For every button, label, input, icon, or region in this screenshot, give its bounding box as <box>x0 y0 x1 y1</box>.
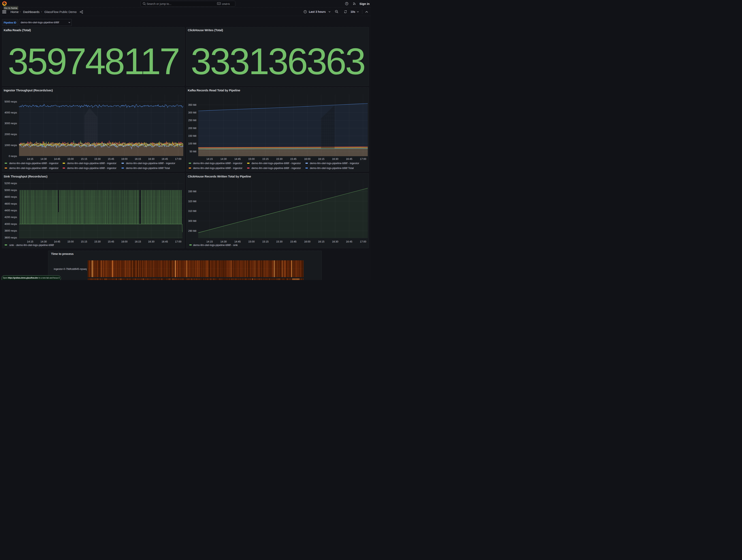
svg-text:16:15: 16:15 <box>135 240 141 243</box>
svg-text:demo-llm-otel-logs-pipeline-b9: demo-llm-otel-logs-pipeline-b98f - inges… <box>310 162 359 165</box>
svg-text:demo-llm-otel-logs-pipeline-b9: demo-llm-otel-logs-pipeline-b98f Total <box>310 166 354 169</box>
svg-text:15:15: 15:15 <box>81 158 87 160</box>
svg-text:14:30: 14:30 <box>41 158 47 160</box>
svg-text:14:30: 14:30 <box>41 240 47 243</box>
svg-text:15:00: 15:00 <box>67 158 74 160</box>
svg-text:150 Mil: 150 Mil <box>188 135 196 137</box>
svg-text:16:00: 16:00 <box>304 158 310 160</box>
svg-text:200 Mil: 200 Mil <box>188 127 196 130</box>
svg-text:3600 recps: 3600 recps <box>4 236 17 239</box>
svg-text:16:15: 16:15 <box>135 158 141 160</box>
svg-text:demo-llm-otel-logs-pipeline-b9: demo-llm-otel-logs-pipeline-b98f - inges… <box>252 166 301 169</box>
svg-text:17:00: 17:00 <box>360 240 366 243</box>
svg-text:14:15: 14:15 <box>206 158 213 160</box>
svg-text:330 Mil: 330 Mil <box>188 190 196 193</box>
svg-text:16:45: 16:45 <box>162 240 168 243</box>
svg-text:16:45: 16:45 <box>346 240 352 243</box>
svg-text:5000 recps: 5000 recps <box>4 100 17 103</box>
svg-text:4000 recps: 4000 recps <box>4 223 17 225</box>
svg-text:14:45: 14:45 <box>234 158 241 160</box>
svg-text:16:15: 16:15 <box>318 158 324 160</box>
svg-text:demo-llm-otel-logs-pipeline-b9: demo-llm-otel-logs-pipeline-b98f - inges… <box>126 162 175 165</box>
svg-text:demo-llm-otel-logs-pipeline-b9: demo-llm-otel-logs-pipeline-b98f - inges… <box>193 166 243 169</box>
svg-text:4200 recps: 4200 recps <box>4 216 17 219</box>
svg-text:16:30: 16:30 <box>148 240 154 243</box>
svg-text:3800 recps: 3800 recps <box>4 230 17 232</box>
svg-text:16:00: 16:00 <box>304 240 310 243</box>
svg-text:15:00: 15:00 <box>248 240 255 243</box>
svg-text:350 Mil: 350 Mil <box>188 104 196 106</box>
svg-text:4800 recps: 4800 recps <box>4 196 17 198</box>
svg-text:2000 recps: 2000 recps <box>4 133 17 136</box>
svg-text:14:45: 14:45 <box>54 158 60 160</box>
svg-text:16:30: 16:30 <box>332 240 338 243</box>
svg-text:16:30: 16:30 <box>332 158 338 160</box>
svg-text:15:45: 15:45 <box>290 158 297 160</box>
svg-text:4000 recps: 4000 recps <box>4 111 17 114</box>
svg-text:15:15: 15:15 <box>81 240 87 243</box>
svg-text:14:15: 14:15 <box>27 240 33 243</box>
svg-text:demo-llm-otel-logs-pipeline-b9: demo-llm-otel-logs-pipeline-b98f - inges… <box>252 162 301 165</box>
svg-text:demo-llm-otel-logs-pipeline-b9: demo-llm-otel-logs-pipeline-b98f Total <box>126 166 170 169</box>
svg-text:15:45: 15:45 <box>108 240 114 243</box>
svg-text:50 Mil: 50 Mil <box>190 150 196 153</box>
svg-text:15:30: 15:30 <box>94 240 101 243</box>
svg-text:5200 recps: 5200 recps <box>4 182 17 185</box>
svg-text:14:45: 14:45 <box>54 240 60 243</box>
svg-text:15:30: 15:30 <box>276 240 282 243</box>
svg-text:290 Mil: 290 Mil <box>188 230 196 233</box>
svg-text:14:45: 14:45 <box>234 240 241 243</box>
svg-text:15:45: 15:45 <box>108 158 114 160</box>
svg-text:1000 recps: 1000 recps <box>4 144 17 147</box>
svg-text:demo-llm-otel-logs-pipeline-b9: demo-llm-otel-logs-pipeline-b98f - inges… <box>193 162 243 165</box>
svg-text:320 Mil: 320 Mil <box>188 200 196 203</box>
svg-text:16:45: 16:45 <box>346 158 352 160</box>
svg-text:310 Mil: 310 Mil <box>188 210 196 212</box>
svg-text:4600 recps: 4600 recps <box>4 202 17 205</box>
svg-text:15:30: 15:30 <box>94 158 101 160</box>
svg-text:0 recps: 0 recps <box>9 155 17 158</box>
svg-text:demo-llm-otel-logs-pipeline-b9: demo-llm-otel-logs-pipeline-b98f - inges… <box>9 166 59 169</box>
svg-text:300 Mil: 300 Mil <box>188 111 196 114</box>
svg-text:demo-llm-otel-logs-pipeline-b9: demo-llm-otel-logs-pipeline-b98f - sink <box>193 244 238 247</box>
svg-text:demo-llm-otel-logs-pipeline-b9: demo-llm-otel-logs-pipeline-b98f - inges… <box>9 162 59 165</box>
svg-text:16:00: 16:00 <box>121 240 127 243</box>
svg-text:16:30: 16:30 <box>148 158 154 160</box>
svg-text:14:30: 14:30 <box>220 240 227 243</box>
svg-text:15:15: 15:15 <box>262 158 269 160</box>
svg-text:14:30: 14:30 <box>220 158 227 160</box>
svg-text:17:00: 17:00 <box>175 158 181 160</box>
svg-text:15:00: 15:00 <box>67 240 74 243</box>
svg-text:15:45: 15:45 <box>290 240 297 243</box>
svg-text:15:15: 15:15 <box>262 240 269 243</box>
svg-text:15:00: 15:00 <box>248 158 255 160</box>
svg-text:3000 recps: 3000 recps <box>4 122 17 125</box>
svg-text:5000 recps: 5000 recps <box>4 189 17 192</box>
svg-text:14:15: 14:15 <box>206 240 213 243</box>
svg-text:300 Mil: 300 Mil <box>188 220 196 222</box>
svg-text:100 Mil: 100 Mil <box>188 142 196 145</box>
svg-text:14:15: 14:15 <box>27 158 33 160</box>
svg-text:sink - demo-llm-otel-logs-pipe: sink - demo-llm-otel-logs-pipeline-b98f <box>9 244 54 247</box>
svg-text:15:30: 15:30 <box>276 158 282 160</box>
svg-text:demo-llm-otel-logs-pipeline-b9: demo-llm-otel-logs-pipeline-b98f - inges… <box>67 166 117 169</box>
svg-text:17:00: 17:00 <box>175 240 181 243</box>
svg-text:16:00: 16:00 <box>121 158 127 160</box>
svg-text:250 Mil: 250 Mil <box>188 119 196 122</box>
svg-text:demo-llm-otel-logs-pipeline-b9: demo-llm-otel-logs-pipeline-b98f - inges… <box>67 162 117 165</box>
svg-text:16:15: 16:15 <box>318 240 324 243</box>
svg-text:16:45: 16:45 <box>162 158 168 160</box>
svg-text:17:00: 17:00 <box>360 158 366 160</box>
svg-text:4400 recps: 4400 recps <box>4 209 17 212</box>
